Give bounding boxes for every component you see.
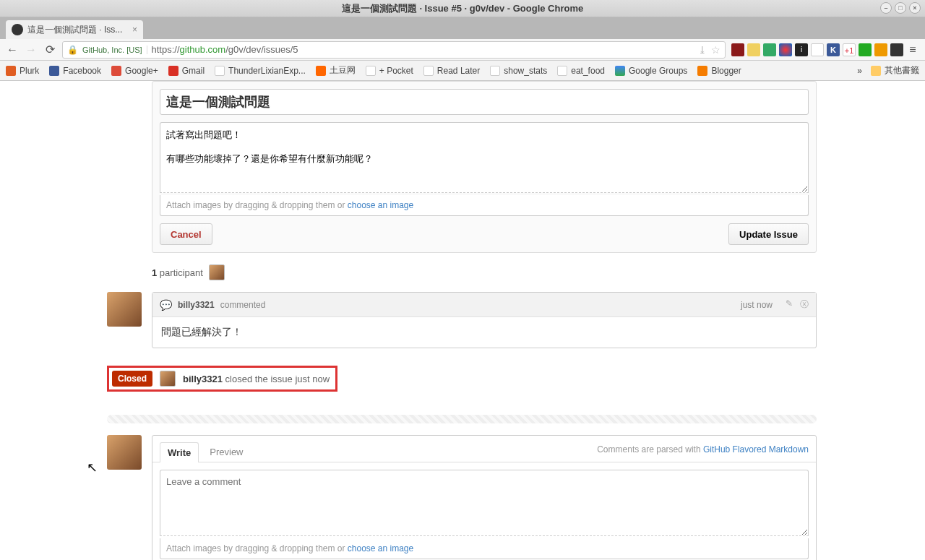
bookmark-star-icon[interactable]: ☆ [711, 44, 720, 56]
browser-tab[interactable]: 這是一個測試問題 · Iss... × [6, 20, 143, 39]
comment-body: 問題已經解決了！ [152, 317, 816, 348]
address-bar[interactable]: 🔒 GitHub, Inc. [US] https://github.com/g… [62, 41, 726, 59]
new-comment-textarea[interactable] [160, 470, 809, 536]
choose-image-link[interactable]: choose an image [348, 200, 413, 210]
lock-icon: 🔒 [67, 45, 78, 55]
tab-write[interactable]: Write [160, 442, 199, 462]
ev-cert-label: GitHub, Inc. [US] [82, 46, 147, 54]
back-icon[interactable]: ← [6, 43, 19, 56]
bookmark-item[interactable]: ThunderLixianExp... [215, 66, 306, 76]
speech-bubble-icon: 💬 [160, 299, 172, 311]
tab-preview[interactable]: Preview [202, 441, 251, 462]
markdown-hint: Comments are parsed with GitHub Flavored… [597, 444, 809, 459]
reload-icon[interactable]: ⟳ [43, 43, 56, 56]
attach-hint: Attach images by dragging & dropping the… [160, 195, 809, 216]
bookmark-item[interactable]: Google+ [111, 66, 158, 76]
comment-time: just now [741, 300, 773, 310]
issue-title-input[interactable] [160, 89, 809, 115]
choose-image-link[interactable]: choose an image [348, 543, 413, 553]
closed-event-highlight: Closed billy3321 closed the issue just n… [107, 366, 337, 392]
commenter-avatar[interactable] [107, 292, 142, 327]
close-window-icon[interactable]: × [909, 2, 921, 14]
issue-edit-form: 試著寫出問題吧！ 有哪些功能壞掉了？還是你希望有什麼新功能呢？ Attach i… [152, 81, 817, 253]
page-content: 試著寫出問題吧！ 有哪些功能壞掉了？還是你希望有什麼新功能呢？ Attach i… [0, 81, 925, 560]
ext-icon[interactable] [890, 43, 903, 56]
comment-verb: commented [220, 300, 266, 310]
ext-icon[interactable] [874, 43, 887, 56]
bookmark-item[interactable]: Facebook [49, 66, 101, 76]
comment: 💬 billy3321 commented just now ✎ ⓧ 問題已經解… [152, 292, 817, 348]
github-favicon-icon [12, 24, 23, 35]
bookmark-item[interactable]: + Pocket [366, 66, 413, 76]
ext-icon[interactable] [763, 43, 776, 56]
extension-icons: i K +1 ≡ [731, 43, 919, 56]
other-bookmarks-folder[interactable]: 其他書籤 [871, 64, 919, 77]
chrome-menu-icon[interactable]: ≡ [906, 43, 919, 56]
forward-icon: → [25, 43, 38, 56]
cursor-icon: ↖ [87, 460, 98, 475]
current-user-avatar[interactable] [107, 435, 142, 470]
ext-icon[interactable] [731, 43, 744, 56]
ext-icon[interactable]: K [827, 43, 840, 56]
url-text: https://github.com/g0v/dev/issues/5 [152, 44, 298, 55]
bookmarks-bar: Plurk Facebook Google+ Gmail ThunderLixi… [0, 61, 925, 81]
bookmark-item[interactable]: eat_food [557, 66, 605, 76]
ext-icon[interactable]: i [795, 43, 808, 56]
tab-title: 這是一個測試問題 · Iss... [27, 24, 122, 36]
tab-strip: 這是一個測試問題 · Iss... × [0, 17, 925, 39]
window-title: 這是一個測試問題 · Issue #5 · g0v/dev - Google C… [342, 2, 583, 15]
state-closed-badge: Closed [112, 371, 152, 387]
delete-comment-icon[interactable]: ⓧ [800, 298, 809, 311]
bookmark-item[interactable]: 土豆网 [316, 64, 356, 77]
tab-close-icon[interactable]: × [132, 25, 137, 35]
closed-event-text: billy3321 closed the issue just now [183, 374, 330, 384]
maximize-icon[interactable]: □ [895, 2, 906, 14]
comment-author[interactable]: billy3321 [178, 300, 215, 310]
bookmark-item[interactable]: Plurk [6, 66, 39, 76]
bookmarks-overflow-icon[interactable]: » [857, 66, 862, 76]
bookmark-item[interactable]: Blogger [697, 66, 741, 76]
bookmark-item[interactable]: Read Later [423, 66, 480, 76]
gfm-link[interactable]: GitHub Flavored Markdown [703, 444, 809, 455]
bookmark-item[interactable]: Google Groups [615, 66, 687, 76]
timeline-divider [107, 415, 817, 423]
attach-hint: Attach images by dragging & dropping the… [160, 538, 809, 559]
bookmark-item[interactable]: show_stats [490, 66, 547, 76]
ext-icon[interactable]: +1 [843, 43, 856, 56]
update-issue-button[interactable]: Update Issue [728, 223, 809, 245]
cancel-button[interactable]: Cancel [160, 223, 212, 245]
minimize-icon[interactable]: – [880, 2, 892, 14]
issue-body-input[interactable]: 試著寫出問題吧！ 有哪些功能壞掉了？還是你希望有什麼新功能呢？ [160, 122, 809, 193]
ext-icon[interactable] [747, 43, 760, 56]
edit-comment-icon[interactable]: ✎ [786, 298, 793, 311]
nav-toolbar: ← → ⟳ 🔒 GitHub, Inc. [US] https://github… [0, 39, 925, 61]
ext-icon[interactable] [779, 43, 792, 56]
bookmark-item[interactable]: Gmail [168, 66, 205, 76]
participant-avatar[interactable] [209, 264, 225, 280]
participants-summary: 1 participant [152, 264, 817, 280]
new-comment-box: Write Preview Comments are parsed with G… [152, 435, 817, 560]
pocket-save-icon[interactable]: ⤓ [698, 44, 707, 56]
ext-icon[interactable] [859, 43, 872, 56]
window-titlebar: 這是一個測試問題 · Issue #5 · g0v/dev - Google C… [0, 0, 925, 17]
ext-icon[interactable] [811, 43, 824, 56]
event-avatar[interactable] [160, 371, 176, 387]
